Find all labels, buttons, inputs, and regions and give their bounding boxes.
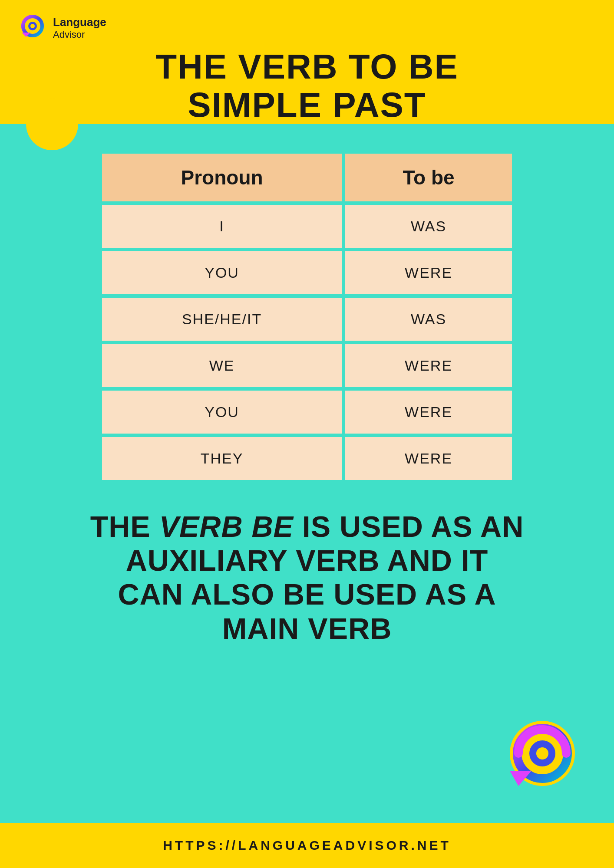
pronoun-cell: YOU — [102, 391, 342, 434]
logo-area: Language Advisor — [17, 13, 597, 43]
table-row: IWAS — [102, 205, 512, 248]
pronoun-cell: YOU — [102, 251, 342, 294]
table-row: YOUWERE — [102, 251, 512, 294]
footer-section: HTTPS://LANGUAGEADVISOR.NET — [0, 823, 614, 868]
header-section: Language Advisor THE VERB TO BE SIMPLE P… — [0, 0, 614, 124]
tobe-cell: WERE — [345, 251, 512, 294]
tobe-cell: WAS — [345, 205, 512, 248]
svg-point-4 — [30, 24, 35, 28]
bottom-description: THE VERB BE IS USED AS AN AUXILIARY VERB… — [90, 510, 524, 645]
table-row: WEWERE — [102, 344, 512, 387]
title-line2: SIMPLE PAST — [17, 86, 597, 124]
tobe-cell: WERE — [345, 391, 512, 434]
brand-name: Language — [53, 16, 106, 29]
main-section: Pronoun To be IWASYOUWERESHE/HE/ITWASWEW… — [0, 124, 614, 823]
title-line1: THE VERB TO BE — [17, 48, 597, 86]
table-row: YOUWERE — [102, 391, 512, 434]
pronoun-cell: I — [102, 205, 342, 248]
tobe-cell: WAS — [345, 298, 512, 341]
page-title: THE VERB TO BE SIMPLE PAST — [17, 48, 597, 124]
table-row: SHE/HE/ITWAS — [102, 298, 512, 341]
pronoun-cell: SHE/HE/IT — [102, 298, 342, 341]
pronoun-cell: THEY — [102, 437, 342, 480]
table-row: THEYWERE — [102, 437, 512, 480]
bottom-text-italic: VERB BE — [159, 510, 294, 543]
verb-table: Pronoun To be IWASYOUWERESHE/HE/ITWASWEW… — [99, 150, 515, 483]
tobe-cell: WERE — [345, 437, 512, 480]
svg-point-9 — [536, 747, 548, 760]
col-pronoun-header: Pronoun — [102, 154, 342, 201]
col-tobe-header: To be — [345, 154, 512, 201]
footer-url: HTTPS://LANGUAGEADVISOR.NET — [17, 838, 597, 853]
logo-text: Language Advisor — [53, 16, 106, 41]
logo-icon — [17, 13, 48, 43]
pronoun-cell: WE — [102, 344, 342, 387]
bottom-logo-icon — [501, 719, 579, 797]
brand-sub: Advisor — [53, 29, 106, 40]
tobe-cell: WERE — [345, 344, 512, 387]
bottom-text-part1: THE — [90, 510, 159, 543]
